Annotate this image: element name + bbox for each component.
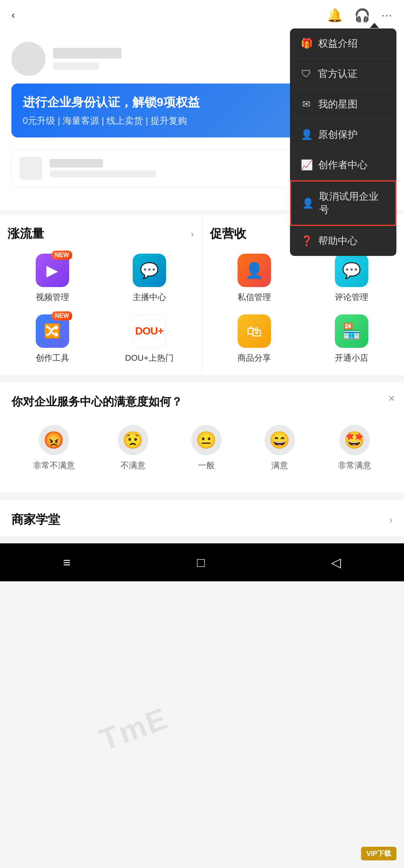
- icon-item-comment[interactable]: 💬评论管理: [307, 254, 396, 303]
- bottom-nav-back[interactable]: ◁: [331, 555, 341, 570]
- icon-label-video: 视频管理: [36, 292, 69, 303]
- icon-label-msg: 私信管理: [238, 292, 271, 303]
- icon-img-dou: DOU+: [133, 314, 166, 348]
- emoji-row: 😡非常不满意😟不满意😐一般😄满意🤩非常满意: [11, 425, 393, 471]
- dropdown-menu: 🎁权益介绍🛡官方认证✉我的星图👤原创保护📈创作者中心👤取消试用企业号❓帮助中心: [290, 28, 396, 256]
- vip-badge: VIP下载: [361, 847, 396, 860]
- academy-section[interactable]: 商家学堂 ›: [0, 500, 404, 536]
- dropdown-icon-xingtu: ✉: [301, 98, 312, 110]
- survey-option-good[interactable]: 😄满意: [265, 425, 295, 471]
- icon-item-store[interactable]: 🏪开通小店: [307, 314, 396, 364]
- emoji-face-neutral: 😐: [191, 425, 222, 455]
- survey-option-bad[interactable]: 😟不满意: [118, 425, 148, 471]
- emoji-label-very_bad: 非常不满意: [33, 460, 75, 471]
- emoji-label-good: 满意: [271, 460, 288, 471]
- dropdown-label-xingtu: 我的星图: [318, 98, 358, 111]
- section-title-traffic: 涨流量: [8, 226, 44, 242]
- dropdown-item-guanfang[interactable]: 🛡官方认证: [290, 59, 396, 89]
- dropdown-label-yuanchuang: 原创保护: [318, 128, 358, 141]
- icon-wrapper-dou: DOU+: [133, 314, 166, 348]
- badge-create: NEW: [52, 311, 72, 320]
- grid-section-traffic: 涨流量›▶NEW视频管理💬主播中心🔀NEW创作工具DOU+DOU+上热门: [0, 214, 202, 375]
- bottom-nav-menu[interactable]: ≡: [63, 555, 71, 570]
- more-button[interactable]: ···: [382, 9, 393, 21]
- bell-icon[interactable]: 🔔: [327, 8, 343, 23]
- survey-option-very_good[interactable]: 🤩非常满意: [338, 425, 371, 471]
- emoji-face-very_good: 🤩: [339, 425, 370, 455]
- emoji-face-bad: 😟: [118, 425, 148, 455]
- emoji-label-bad: 不满意: [120, 460, 146, 471]
- dropdown-label-quxiao: 取消试用企业号: [319, 190, 385, 216]
- icon-img-store: 🏪: [335, 314, 368, 348]
- cert-text: [50, 159, 156, 177]
- emoji-label-very_good: 非常满意: [338, 460, 371, 471]
- dropdown-item-yuanchuang[interactable]: 👤原创保护: [290, 120, 396, 150]
- cert-icon: [19, 157, 42, 180]
- dropdown-item-quxiao[interactable]: 👤取消试用企业号: [290, 180, 396, 226]
- dropdown-label-chuangzuo: 创作者中心: [318, 158, 368, 172]
- emoji-face-very_bad: 😡: [39, 425, 69, 455]
- section-arrow-traffic[interactable]: ›: [191, 228, 194, 240]
- icon-wrapper-goods: 🛍: [238, 314, 271, 348]
- academy-title: 商家学堂: [11, 511, 60, 528]
- survey-title: 你对企业服务中心的满意度如何？: [11, 394, 393, 410]
- dropdown-icon-guanfang: 🛡: [301, 68, 312, 80]
- bottom-nav-home[interactable]: □: [197, 555, 205, 570]
- headset-icon[interactable]: 🎧: [354, 8, 370, 23]
- icon-wrapper-live: 💬: [133, 254, 166, 287]
- icon-label-goods: 商品分享: [238, 352, 271, 364]
- icon-img-goods: 🛍: [238, 314, 271, 348]
- icon-wrapper-video: ▶NEW: [36, 254, 69, 287]
- nav-left: ‹: [11, 9, 15, 21]
- section-header-traffic: 涨流量›: [8, 226, 194, 242]
- survey-close-button[interactable]: ×: [388, 392, 395, 405]
- avatar: [11, 42, 46, 76]
- back-button[interactable]: ‹: [11, 9, 15, 21]
- academy-header: 商家学堂 ›: [11, 511, 393, 528]
- badge-video: NEW: [52, 251, 72, 260]
- icon-item-msg[interactable]: 👤私信管理: [210, 254, 299, 303]
- top-nav: ‹ 🔔 🎧 ···: [0, 0, 404, 30]
- icon-item-goods[interactable]: 🛍商品分享: [210, 314, 299, 364]
- dropdown-icon-yuanchuang: 👤: [301, 129, 312, 140]
- emoji-label-neutral: 一般: [198, 460, 215, 471]
- dropdown-item-bangzhu[interactable]: ❓帮助中心: [290, 226, 396, 256]
- dropdown-arrow: [370, 23, 379, 28]
- dropdown-label-bangzhu: 帮助中心: [318, 234, 358, 248]
- dropdown-icon-chuangzuo: 📈: [301, 159, 312, 171]
- icon-item-dou[interactable]: DOU+DOU+上热门: [105, 314, 194, 364]
- icon-img-comment: 💬: [335, 254, 368, 287]
- survey-option-neutral[interactable]: 😐一般: [191, 425, 222, 471]
- dropdown-item-chuangzuo[interactable]: 📈创作者中心: [290, 150, 396, 180]
- icon-wrapper-create: 🔀NEW: [36, 314, 69, 348]
- survey-option-very_bad[interactable]: 😡非常不满意: [33, 425, 75, 471]
- section-title-promo_sales: 促营收: [210, 226, 246, 242]
- icon-wrapper-store: 🏪: [335, 314, 368, 348]
- dropdown-label-quanyi: 权益介绍: [318, 37, 358, 50]
- cert-sub-blur: [50, 170, 156, 177]
- icon-item-create[interactable]: 🔀NEW创作工具: [8, 314, 97, 364]
- icon-grid-traffic: ▶NEW视频管理💬主播中心🔀NEW创作工具DOU+DOU+上热门: [8, 254, 194, 364]
- dropdown-icon-quxiao: 👤: [302, 197, 313, 209]
- nav-right: 🔔 🎧 ···: [327, 8, 393, 23]
- dropdown-label-guanfang: 官方认证: [318, 67, 358, 80]
- watermark: TmE: [95, 701, 173, 758]
- dropdown-item-xingtu[interactable]: ✉我的星图: [290, 89, 396, 120]
- icon-label-comment: 评论管理: [335, 292, 368, 303]
- emoji-face-good: 😄: [265, 425, 295, 455]
- icon-label-create: 创作工具: [36, 352, 69, 364]
- survey-section: × 你对企业服务中心的满意度如何？ 😡非常不满意😟不满意😐一般😄满意🤩非常满意: [0, 383, 404, 492]
- bottom-nav: ≡□◁: [0, 543, 404, 581]
- icon-img-live: 💬: [133, 254, 166, 287]
- profile-name: [53, 48, 122, 58]
- dropdown-icon-quanyi: 🎁: [301, 38, 312, 49]
- icon-label-live: 主播中心: [133, 292, 166, 303]
- icon-item-live[interactable]: 💬主播中心: [105, 254, 194, 303]
- icon-item-video[interactable]: ▶NEW视频管理: [8, 254, 97, 303]
- icon-grid-promo_sales: 👤私信管理💬评论管理🛍商品分享🏪开通小店: [210, 254, 397, 364]
- cert-name-blur: [50, 159, 103, 167]
- academy-arrow-icon: ›: [389, 514, 393, 526]
- icon-wrapper-comment: 💬: [335, 254, 368, 287]
- profile-subtitle: [53, 62, 99, 70]
- dropdown-item-quanyi[interactable]: 🎁权益介绍: [290, 28, 396, 59]
